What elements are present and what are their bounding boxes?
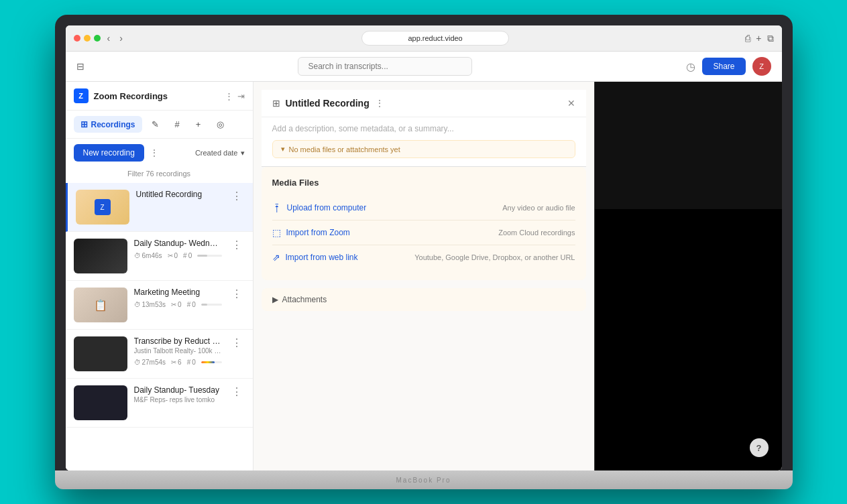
sidebar-app-title: Zoom Recordings (94, 91, 168, 101)
forward-button[interactable]: › (117, 32, 125, 45)
tab-edit[interactable]: ✎ (145, 116, 166, 133)
upload-from-computer-left: ⭱ Upload from computer (272, 202, 367, 213)
close-dot[interactable] (74, 35, 80, 42)
upload-from-computer-desc: Any video or audio file (502, 204, 575, 212)
minimize-dot[interactable] (84, 35, 91, 42)
recording-info: Marketing Meeting ⏱ 13m53s ✂ 0 (134, 288, 222, 308)
import-from-zoom-label: Import from Zoom (286, 228, 350, 237)
main-content: ⊞ Untitled Recording ⋮ ✕ Add a descripti… (253, 82, 594, 470)
upload-from-computer-label: Upload from computer (287, 203, 367, 212)
progress-bar (201, 361, 222, 363)
help-button[interactable]: ? (750, 438, 769, 457)
panel-more-icon[interactable]: ⋮ (375, 98, 384, 109)
clips-value: 0 (178, 301, 182, 308)
media-files-section: Media Files ⭱ Upload from computer Any v… (262, 167, 586, 280)
url-input[interactable]: app.reduct.video (361, 31, 509, 46)
sidebar-header: Z Zoom Recordings ⋮ ⇥ (66, 82, 253, 111)
history-icon[interactable]: ◷ (686, 60, 695, 73)
recording-title: Marketing Meeting (134, 288, 222, 297)
share-button[interactable]: Share (702, 58, 745, 75)
clips-meta: ✂ 6 (171, 359, 182, 366)
attachments-toggle[interactable]: ▶ Attachments (272, 295, 575, 304)
recording-thumbnail: 📋 (74, 288, 127, 322)
sidebar-tabs: ⊞ Recordings ✎ # + ◎ (66, 111, 253, 139)
recording-title: Transcribe by Reduct De... (134, 336, 222, 346)
browser-chrome: ‹ › app.reduct.video ⎙ + ⧉ (66, 25, 782, 52)
sort-dropdown[interactable]: Created date ▾ (195, 149, 245, 158)
more-button[interactable]: ⋮ (225, 91, 233, 101)
panel-description[interactable]: Add a description, some metadata, or a s… (262, 117, 586, 140)
recording-title: Daily Standup- Wednesd... (134, 239, 222, 248)
recording-more-button[interactable]: ⋮ (229, 336, 245, 350)
global-header: ⊟ ◷ Share Z (66, 52, 782, 82)
filter-bar: Filter 76 recordings (66, 167, 253, 183)
recording-more-button[interactable]: ⋮ (229, 190, 245, 203)
search-input[interactable] (298, 57, 472, 76)
recording-info: Daily Standup- Wednesd... ⏱ 6m46s ✂ 0 (134, 239, 222, 259)
tab-tags[interactable]: # (168, 116, 186, 133)
import-from-web-option[interactable]: ⇗ Import from web link Youtube, Google D… (272, 245, 575, 269)
tags-meta: # 0 (187, 301, 196, 308)
import-from-web-left: ⇗ Import from web link (272, 252, 358, 263)
tab-recordings[interactable]: ⊞ Recordings (74, 116, 142, 133)
panel-title[interactable]: Untitled Recording (286, 98, 370, 109)
tab-chat[interactable]: ◎ (210, 116, 231, 133)
filter-label: Filter 76 recordings (127, 170, 190, 178)
share-icon[interactable]: ⎙ (745, 33, 750, 44)
thumbnail-icon: Z (95, 199, 111, 215)
maximize-dot[interactable] (94, 35, 101, 42)
progress-bar-fill (201, 304, 207, 306)
recording-more-button[interactable]: ⋮ (229, 385, 245, 399)
duration-meta: ⏱ 27m54s (134, 359, 166, 366)
link-import-icon: ⇗ (272, 252, 280, 263)
list-item[interactable]: 📋 Marketing Meeting ⏱ 13m53s (66, 281, 253, 330)
recording-thumbnail (74, 336, 127, 371)
chat-icon: ◎ (217, 119, 224, 129)
tag-icon: # (175, 119, 180, 129)
new-tab-icon[interactable]: + (756, 33, 761, 44)
no-media-label: No media files or attatchments yet (289, 145, 400, 153)
list-item[interactable]: Transcribe by Reduct De... Justin Talbot… (66, 330, 253, 379)
list-item[interactable]: Daily Standup- Wednesd... ⏱ 6m46s ✂ 0 (66, 232, 253, 281)
close-panel-button[interactable]: ✕ (567, 98, 575, 109)
scissors-icon: ✂ (168, 252, 173, 259)
tabs-icon[interactable]: ⧉ (767, 33, 774, 44)
recording-more-button[interactable]: ⋮ (229, 288, 245, 301)
sidebar-header-icons: ⋮ ⇥ (225, 91, 245, 101)
clips-value: 6 (178, 359, 182, 366)
app-layout: Z Zoom Recordings ⋮ ⇥ ⊞ Recordings (66, 82, 782, 470)
tab-recordings-label: Recordings (91, 120, 135, 129)
new-recording-more-icon[interactable]: ⋮ (150, 147, 159, 158)
recording-title: Daily Standup- Tuesday (134, 385, 222, 395)
duration-value: 27m54s (142, 359, 166, 366)
recording-list: Z Untitled Recording ⋮ (66, 183, 253, 470)
duration-value: 13m53s (142, 301, 166, 308)
import-from-web-label: Import from web link (286, 253, 358, 262)
recording-subtitle: Justin Talbott Realty- 100k club with Ro… (134, 347, 222, 355)
sidebar-toggle-left[interactable]: ⊟ (76, 61, 84, 72)
recording-thumbnail (74, 385, 127, 420)
sidebar: Z Zoom Recordings ⋮ ⇥ ⊞ Recordings (66, 82, 253, 470)
recording-meta: ⏱ 6m46s ✂ 0 # 0 (134, 252, 222, 259)
list-item[interactable]: Daily Standup- Tuesday M&F Reps- reps li… (66, 379, 253, 428)
recording-more-button[interactable]: ⋮ (229, 239, 245, 252)
upload-from-computer-option[interactable]: ⭱ Upload from computer Any video or audi… (272, 196, 575, 220)
recording-thumbnail: Z (76, 190, 129, 225)
back-button[interactable]: ‹ (105, 32, 113, 45)
panel-card: ⊞ Untitled Recording ⋮ ✕ Add a descripti… (262, 90, 586, 167)
clock-icon: ⏱ (134, 359, 141, 366)
list-item[interactable]: Z Untitled Recording ⋮ (66, 183, 253, 232)
recording-info: Transcribe by Reduct De... Justin Talbot… (134, 336, 222, 366)
address-bar: app.reduct.video (131, 31, 740, 46)
tab-add[interactable]: + (189, 116, 208, 133)
progress-bar-fill (197, 255, 207, 257)
new-recording-button[interactable]: New recording (74, 144, 144, 162)
collapse-icon[interactable]: ⇥ (237, 91, 245, 101)
new-recording-row: New recording ⋮ Created date ▾ (66, 139, 253, 167)
import-from-zoom-option[interactable]: ⬚ Import from Zoom Zoom Cloud recordings (272, 220, 575, 245)
laptop-base: MacBook Pro (55, 470, 793, 489)
duration-meta: ⏱ 6m46s (134, 252, 162, 259)
thumbnail-placeholder: Z (76, 190, 129, 225)
clips-meta: ✂ 0 (171, 301, 182, 308)
hash-icon: # (183, 252, 187, 259)
